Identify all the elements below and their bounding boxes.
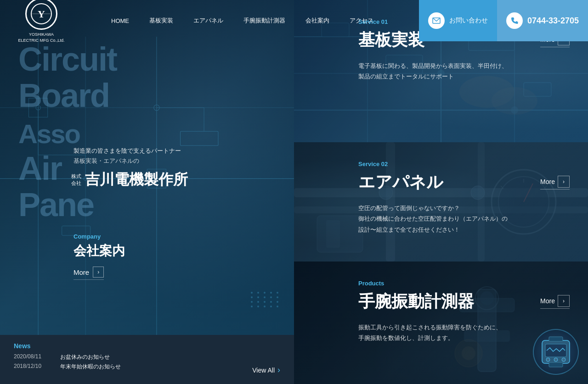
service-02-more-button[interactable]: More › bbox=[540, 176, 570, 189]
products-label: Products bbox=[358, 280, 570, 287]
hero-tagline: 製造業の皆さまを陰で支えるパートナー 基板実装・エアパネルの bbox=[74, 147, 181, 165]
products-section: Products 手腕振動計測器 More › 振動工具から引き起こされる振動障… bbox=[294, 262, 588, 384]
service-02-content: Service 02 エアパネル More › 空圧の配管って面倒じゃないですか… bbox=[294, 142, 588, 262]
company-name-area: 株式 会社 吉川電機製作所 bbox=[71, 170, 188, 190]
phone-button[interactable]: 0744-33-2705 bbox=[497, 0, 588, 41]
hero-panel: CircuitBoardAssoAirPane 製造業の皆さまを陰で支えるパート… bbox=[0, 0, 294, 335]
hero-big-text: CircuitBoardAssoAirPane bbox=[18, 41, 117, 223]
logo-icon: Y bbox=[25, 0, 57, 30]
service-02-title-row: エアパネル More › bbox=[358, 171, 570, 194]
news-title-2: 年末年始休暇のお知らせ bbox=[60, 363, 121, 371]
company-section: Company 会社案内 More › bbox=[74, 233, 125, 280]
products-more-arrow-icon: › bbox=[558, 295, 570, 307]
news-title-1: お盆休みのお知らせ bbox=[60, 353, 110, 361]
view-all-button[interactable]: View All › bbox=[252, 365, 280, 375]
products-desc: 振動工具から引き起こされる振動障害を防ぐために、 手腕振動を数値化し、計測します… bbox=[358, 322, 570, 344]
contact-button[interactable]: お問い合わせ bbox=[419, 0, 497, 41]
nav-company[interactable]: 会社案内 bbox=[295, 17, 339, 25]
news-date-2: 2018/12/10 bbox=[14, 363, 53, 371]
logo-area: Y YOSHIKAWA ELECTRIC MFG Co.,Ltd. bbox=[0, 0, 74, 44]
dot-decoration bbox=[251, 292, 280, 307]
more-arrow-icon: › bbox=[93, 267, 104, 278]
email-icon bbox=[428, 12, 445, 29]
svg-rect-14 bbox=[181, 131, 219, 145]
news-item-1: 2020/08/11 お盆休みのお知らせ bbox=[14, 353, 280, 361]
main-nav: HOME 基板実装 エアパネル 手腕振動計測器 会社案内 アクセス bbox=[101, 17, 419, 25]
service-02-section: Service 02 エアパネル More › 空圧の配管って面倒じゃないですか… bbox=[294, 142, 588, 262]
service-02-title: エアパネル bbox=[358, 171, 443, 194]
service-02-more-arrow-icon: › bbox=[558, 176, 570, 188]
products-title: 手腕振動計測器 bbox=[358, 290, 474, 313]
products-more-button[interactable]: More › bbox=[540, 295, 570, 309]
nav-air[interactable]: エアパネル bbox=[183, 17, 233, 25]
nav-home[interactable]: HOME bbox=[101, 17, 139, 24]
news-date-1: 2020/08/11 bbox=[14, 353, 53, 361]
news-list: 2020/08/11 お盆休みのお知らせ 2018/12/10 年末年始休暇のお… bbox=[14, 353, 280, 371]
company-title: 会社案内 bbox=[74, 242, 125, 260]
view-all-arrow-icon: › bbox=[277, 365, 280, 375]
products-title-row: 手腕振動計測器 More › bbox=[358, 290, 570, 313]
products-content: Products 手腕振動計測器 More › 振動工具から引き起こされる振動障… bbox=[294, 262, 588, 384]
logo-text: YOSHIKAWA ELECTRIC MFG Co.,Ltd. bbox=[18, 32, 64, 43]
company-label: Company bbox=[74, 233, 125, 240]
header: Y YOSHIKAWA ELECTRIC MFG Co.,Ltd. HOME 基… bbox=[0, 0, 588, 41]
news-label: News bbox=[14, 342, 280, 350]
news-item-2: 2018/12/10 年末年始休暇のお知らせ bbox=[14, 363, 280, 371]
service-02-desc: 空圧の配管って面倒じゃないですか？ 御社の機械に合わせた空圧配管まわり（エアパネ… bbox=[358, 203, 570, 235]
header-right: お問い合わせ 0744-33-2705 bbox=[419, 0, 588, 41]
nav-kiban[interactable]: 基板実装 bbox=[139, 17, 183, 25]
company-more-button[interactable]: More › bbox=[74, 267, 104, 280]
right-panel: Service 01 基板実装 More › 電子基板に関わる、製品開発から表面… bbox=[294, 0, 588, 384]
service-02-label: Service 02 bbox=[358, 161, 570, 167]
nav-vibration[interactable]: 手腕振動計測器 bbox=[233, 17, 295, 25]
phone-icon bbox=[506, 12, 523, 29]
news-bar: News 2020/08/11 お盆休みのお知らせ 2018/12/10 年末年… bbox=[0, 335, 294, 384]
nav-access[interactable]: アクセス bbox=[339, 17, 384, 25]
service-01-desc: 電子基板に関わる、製品開発から表面実装、半田付け、 製品の組立までトータルにサポ… bbox=[358, 61, 570, 82]
